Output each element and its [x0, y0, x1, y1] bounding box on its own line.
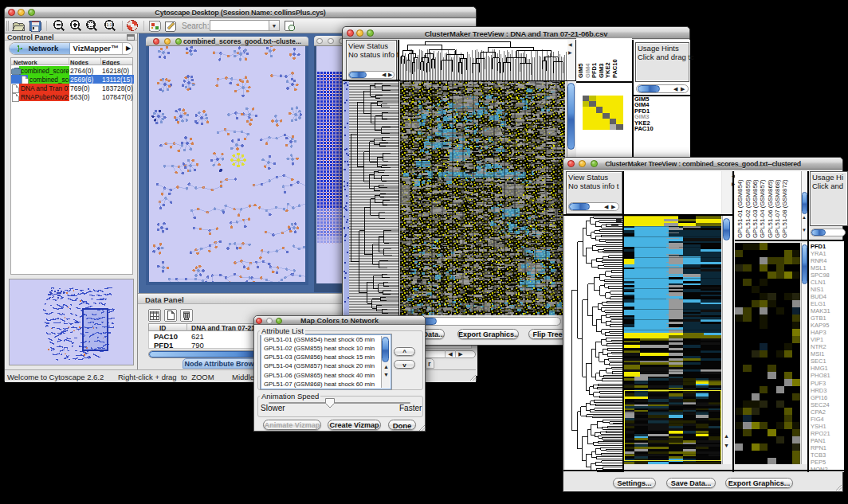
- svg-text:GPL51-07 (GSM868): GPL51-07 (GSM868): [774, 179, 781, 238]
- svg-text:GPL51-04 (GSM857): GPL51-04 (GSM857): [759, 179, 766, 238]
- svg-text:GPL51-03 (GSM856): GPL51-03 (GSM856): [752, 179, 759, 238]
- svg-text:PAC10: PAC10: [611, 59, 618, 78]
- svg-text:GPL51-01 (GSM854): GPL51-01 (GSM854): [736, 179, 744, 238]
- svg-text:1:1: 1:1: [107, 22, 112, 27]
- svg-text:GPL51-02 (GSM855): GPL51-02 (GSM855): [744, 179, 752, 238]
- svg-text:GPL51-08 (GSM872): GPL51-08 (GSM872): [781, 179, 788, 238]
- svg-text:GPL51-06 (GSM865): GPL51-06 (GSM865): [767, 179, 774, 238]
